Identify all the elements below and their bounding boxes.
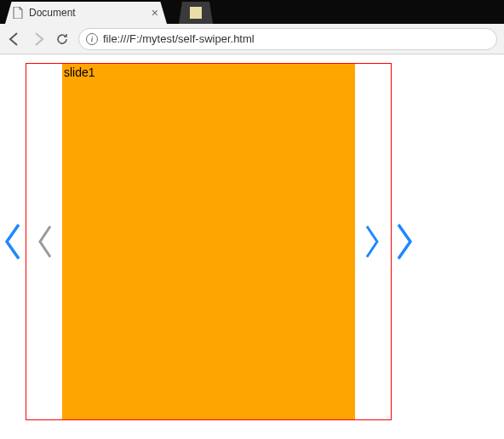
browser-window: Document × i: [0, 0, 504, 429]
tab-bar: Document ×: [0, 0, 504, 24]
page-icon: [12, 7, 24, 19]
swiper-wrapper: slide1: [9, 63, 407, 420]
prev-outer-button[interactable]: [2, 221, 24, 262]
active-slide[interactable]: slide1: [62, 64, 355, 419]
slide-label: slide1: [64, 66, 95, 79]
close-icon[interactable]: ×: [150, 6, 160, 20]
swiper-container: slide1: [26, 63, 392, 420]
forward-button: [31, 31, 46, 47]
back-button[interactable]: [7, 31, 22, 47]
browser-toolbar: i: [0, 24, 504, 54]
next-outer-button[interactable]: [393, 221, 415, 262]
reload-button[interactable]: [54, 31, 70, 47]
browser-tab[interactable]: Document ×: [5, 2, 167, 24]
prev-inner-button[interactable]: [35, 223, 55, 260]
tab-preview: [179, 2, 213, 24]
tab-title: Document: [29, 7, 150, 19]
address-bar[interactable]: i: [78, 28, 497, 50]
page-content: slide1: [0, 54, 504, 429]
info-icon[interactable]: i: [86, 33, 98, 45]
url-input[interactable]: [103, 32, 490, 45]
next-inner-button[interactable]: [362, 223, 382, 260]
